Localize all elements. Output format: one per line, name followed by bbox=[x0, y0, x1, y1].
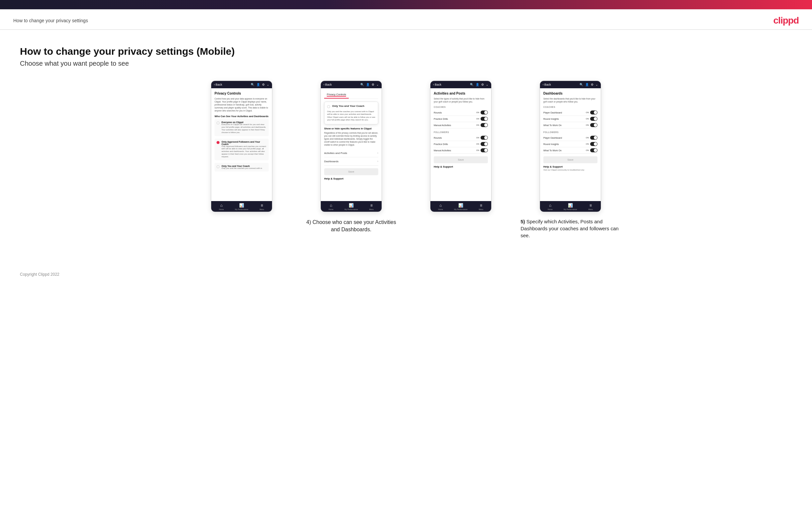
phone-4-icons: 🔍 👤 ⚙ ⌄ bbox=[579, 83, 598, 86]
followers-what-to-work-label: What To Work On bbox=[543, 149, 562, 152]
option-approved[interactable]: Only Approved Followers and Your Coach O… bbox=[214, 139, 269, 160]
bottom-nav-menu-1[interactable]: ≡ Menu bbox=[252, 203, 272, 210]
bottom-nav-perf-1[interactable]: 📊 My Performance bbox=[232, 203, 252, 210]
bottom-nav-home-3[interactable]: ⌂ Home bbox=[430, 203, 451, 210]
person-icon-2[interactable]: 👤 bbox=[366, 83, 370, 86]
save-button-4[interactable]: Save bbox=[543, 156, 598, 163]
bottom-nav-perf-3[interactable]: 📊 My Performance bbox=[451, 203, 471, 210]
bottom-nav-home-4[interactable]: ⌂ Home bbox=[540, 203, 560, 210]
chevron-down-icon-3[interactable]: ⌄ bbox=[486, 83, 489, 86]
coaches-manual-toggle[interactable] bbox=[480, 123, 488, 127]
followers-player-dash-label: Player Dashboard bbox=[543, 137, 562, 139]
activities-posts-desc: Select the types of activity that you'd … bbox=[434, 97, 488, 103]
menu-icon-3: ≡ bbox=[480, 203, 482, 208]
chevron-down-icon-4[interactable]: ⌄ bbox=[596, 83, 598, 86]
person-icon-3[interactable]: 👤 bbox=[475, 83, 479, 86]
phone-3-body: Activities and Posts Select the types of… bbox=[430, 88, 491, 201]
menu-icon: ≡ bbox=[261, 203, 263, 208]
copyright: Copyright Clippd 2022 bbox=[20, 272, 59, 277]
settings-icon[interactable]: ⚙ bbox=[262, 83, 265, 86]
search-icon-4[interactable]: 🔍 bbox=[579, 83, 583, 86]
phone-2-back[interactable]: ‹ Back bbox=[323, 83, 332, 86]
search-icon[interactable]: 🔍 bbox=[251, 83, 254, 86]
followers-drills-label: Practice Drills bbox=[434, 143, 448, 145]
coaches-what-to-work-toggle[interactable] bbox=[590, 123, 598, 127]
coaches-player-dash-toggle[interactable] bbox=[590, 111, 598, 114]
followers-round-insights-toggle[interactable] bbox=[590, 142, 598, 146]
option3-label: Only You and Your Coach bbox=[221, 165, 262, 167]
show-hide-desc: Regardless of the privacy controls that … bbox=[324, 131, 378, 146]
chevron-down-icon-2[interactable]: ⌄ bbox=[376, 83, 379, 86]
phone-1: ‹ Back 🔍 👤 ⚙ ⌄ Privacy Controls Control … bbox=[211, 80, 272, 212]
activities-posts-row[interactable]: Activities and Posts › bbox=[324, 149, 378, 157]
coaches-rounds-row: Rounds ON bbox=[434, 110, 488, 116]
tab-privacy-controls[interactable]: Privacy Controls bbox=[324, 92, 349, 99]
bottom-nav-home-2[interactable]: ⌂ Home bbox=[321, 203, 341, 210]
coaches-manual-row: Manual Activities ON bbox=[434, 122, 488, 128]
menu-icon-4: ≡ bbox=[590, 203, 592, 208]
followers-label-3: FOLLOWERS bbox=[434, 131, 488, 133]
coaches-rounds-toggle[interactable] bbox=[480, 111, 488, 114]
phone-2-body: Privacy Controls Only You and Your Coach… bbox=[321, 88, 382, 201]
followers-player-dash-row: Player Dashboard ON bbox=[543, 135, 598, 141]
phone-1-body: Privacy Controls Control how you and you… bbox=[211, 88, 272, 201]
radio-everyone[interactable] bbox=[216, 121, 219, 124]
chevron-right-1: › bbox=[377, 151, 378, 155]
main-content: How to change your privacy settings (Mob… bbox=[0, 30, 812, 252]
followers-rounds-row: Rounds ON bbox=[434, 135, 488, 141]
coaches-drills-toggle[interactable] bbox=[480, 117, 488, 121]
help-support-3: Help & Support bbox=[434, 163, 488, 169]
dashboards-row[interactable]: Dashboards › bbox=[324, 157, 378, 166]
chevron-right-2: › bbox=[377, 160, 378, 163]
bottom-nav-perf-2[interactable]: 📊 My Performance bbox=[341, 203, 361, 210]
followers-what-to-work-toggle[interactable] bbox=[590, 148, 598, 152]
followers-drills-row: Practice Drills ON bbox=[434, 141, 488, 147]
home-icon-3: ⌂ bbox=[439, 203, 442, 208]
help-text-4: Visit our Clippd community to troublesho… bbox=[543, 169, 598, 171]
settings-icon-3[interactable]: ⚙ bbox=[481, 83, 484, 86]
followers-player-dash-toggle[interactable] bbox=[590, 136, 598, 140]
phone-4-back[interactable]: ‹ Back bbox=[543, 83, 551, 86]
coaches-round-insights-toggle[interactable] bbox=[590, 117, 598, 121]
person-icon[interactable]: 👤 bbox=[256, 83, 260, 86]
settings-icon-2[interactable]: ⚙ bbox=[372, 83, 374, 86]
performance-icon-3: 📊 bbox=[458, 203, 463, 208]
followers-rounds-toggle[interactable] bbox=[480, 136, 488, 140]
followers-drills-toggle[interactable] bbox=[480, 142, 488, 146]
option-everyone[interactable]: Everyone on Clippd Everyone on Clippd ca… bbox=[214, 119, 269, 136]
radio-only-you[interactable] bbox=[216, 165, 219, 168]
who-see-title: Who Can See Your Activities and Dashboar… bbox=[214, 115, 269, 118]
chevron-down-icon[interactable]: ⌄ bbox=[267, 83, 269, 86]
search-icon-3[interactable]: 🔍 bbox=[470, 83, 473, 86]
settings-icon-4[interactable]: ⚙ bbox=[591, 83, 594, 86]
dashboards-title: Dashboards bbox=[543, 92, 598, 95]
coaches-rounds-label: Rounds bbox=[434, 111, 442, 114]
home-icon-2: ⌂ bbox=[330, 203, 332, 208]
bottom-nav-menu-3[interactable]: ≡ Menu bbox=[471, 203, 491, 210]
popup-title: Only You and Your Coach bbox=[332, 105, 364, 108]
save-button-3[interactable]: Save bbox=[434, 156, 488, 163]
followers-manual-toggle[interactable] bbox=[480, 148, 488, 152]
bottom-nav-home-1[interactable]: ⌂ Home bbox=[211, 203, 232, 210]
followers-round-insights-label: Round Insights bbox=[543, 143, 559, 145]
help-support-2: Help & Support bbox=[324, 175, 378, 181]
radio-approved[interactable] bbox=[216, 141, 219, 144]
screenshot-group-1: ‹ Back 🔍 👤 ⚙ ⌄ Privacy Controls Control … bbox=[192, 80, 292, 212]
privacy-controls-title: Privacy Controls bbox=[214, 92, 269, 95]
bottom-nav-menu-2[interactable]: ≡ Menu bbox=[361, 203, 382, 210]
bottom-nav-perf-4[interactable]: 📊 My Performance bbox=[560, 203, 580, 210]
phone-3-nav: ‹ Back 🔍 👤 ⚙ ⌄ bbox=[430, 81, 491, 88]
phone-3-back[interactable]: ‹ Back bbox=[433, 83, 441, 86]
followers-manual-row: Manual Activities ON bbox=[434, 147, 488, 154]
option2-desc: Only approved followers and coaches you … bbox=[221, 145, 267, 158]
followers-round-insights-row: Round Insights ON bbox=[543, 141, 598, 147]
option-only-you[interactable]: Only You and Your Coach Only you and the… bbox=[214, 163, 269, 172]
search-icon-2[interactable]: 🔍 bbox=[360, 83, 364, 86]
dashboards-desc: Select the dashboards that you'd like to… bbox=[543, 97, 598, 103]
dashboards-label: Dashboards bbox=[324, 160, 339, 163]
bottom-nav-menu-4[interactable]: ≡ Menu bbox=[580, 203, 601, 210]
person-icon-4[interactable]: 👤 bbox=[585, 83, 589, 86]
popup-only-you: Only You and Your Coach Only you and the… bbox=[324, 102, 378, 124]
phone-1-back[interactable]: ‹ Back bbox=[214, 83, 222, 86]
save-button-2[interactable]: Save bbox=[324, 168, 378, 175]
